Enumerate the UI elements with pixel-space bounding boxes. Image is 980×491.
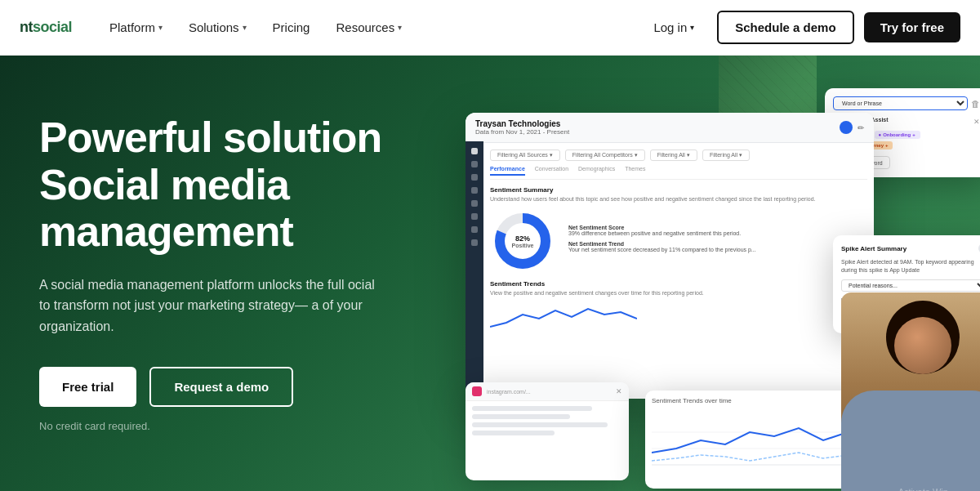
main-dashboard-card: Traysan Technologies Data from Nov 1, 20… [466,113,874,399]
trends-section: Sentiment Trends View the positive and n… [490,280,867,337]
hero-note: No credit card required. [39,420,425,432]
woman-body [841,391,980,491]
nav-pricing-label: Pricing [273,20,310,34]
navbar: ntsocial Platform ▾ Solutions ▾ Pricing … [0,0,980,56]
sidebar-icon-4[interactable] [471,187,478,194]
ai-search-row: Word or Phrase 🗑 [833,96,980,110]
chevron-down-icon: ▾ [158,23,163,32]
tab-demographics[interactable]: Demographics [578,166,615,176]
hero-woman-image [841,292,980,491]
try-free-label: Try for free [880,20,944,34]
sidebar-icon-5[interactable] [471,200,478,207]
sidebar-icon-3[interactable] [471,174,478,181]
tab-conversation[interactable]: Conversation [535,166,568,176]
dashboard-tabs: Performance Conversation Demographics Th… [490,166,867,180]
nav-solutions[interactable]: Solutions ▾ [177,14,258,41]
social-line-1 [472,406,592,411]
nav-platform[interactable]: Platform ▾ [98,14,174,41]
hero-title: Powerful solution Social media managemen… [39,114,425,255]
header-actions: ✏ [840,121,864,134]
donut-sublabel: Positive [512,243,534,248]
social-post-card: instagram.com/... ✕ [466,382,629,480]
section-subtitle: Understand how users feel about this top… [490,196,867,202]
sidebar-icon-8[interactable] [471,239,478,246]
date-range: Data from Nov 1, 2021 - Present [475,128,569,136]
donut-chart: 82%Positive [490,208,555,274]
circle-icon [840,121,853,134]
sidebar-icon-6[interactable] [471,213,478,220]
tab-themes[interactable]: Themes [625,166,645,176]
hero-title-line1: Powerful solution [39,114,381,161]
free-trial-button[interactable]: Free trial [39,367,136,407]
hero-subtitle: A social media management platform unloc… [39,275,382,337]
metric-1-value: 39% difference between positive and nega… [568,230,867,236]
social-header: instagram.com/... ✕ [466,382,629,401]
nav-platform-label: Platform [109,20,155,34]
donut-area: 82%Positive Net Sentiment Score 39% diff… [490,208,867,274]
donut-info: Net Sentiment Score 39% difference betwe… [568,225,867,257]
filters-row: Filtering All Sources ▾ Filtering All Co… [490,150,867,161]
hero-buttons: Free trial Request a demo [39,367,425,407]
word-phrase-select[interactable]: Word or Phrase [833,96,968,110]
spike-description: Spike Alert detected at 9AM. Top keyword… [841,258,980,275]
spike-title: Spike Alert Summary [841,245,906,252]
free-trial-label: Free trial [62,380,114,394]
logo[interactable]: ntsocial [20,19,72,36]
spike-header: Spike Alert Summary i [841,243,980,253]
sidebar-icon-2[interactable] [471,161,478,167]
filter-sentiment[interactable]: Filtering All ▾ [650,150,697,161]
login-label: Log in [653,20,687,34]
hero-section: Powerful solution Social media managemen… [0,56,980,491]
tab-performance[interactable]: Performance [490,166,525,176]
logo-brand: social [33,19,72,35]
social-body [466,401,629,440]
filter-sources[interactable]: Filtering All Sources ▾ [490,150,560,161]
nav-resources-label: Resources [336,20,394,34]
request-demo-button[interactable]: Request a demo [149,367,293,407]
activate-watermark: Activate Win... [898,487,956,491]
request-demo-label: Request a demo [174,380,269,394]
filter-competitors[interactable]: Filtering All Competitors ▾ [565,150,645,161]
nav-links: Platform ▾ Solutions ▾ Pricing Resources… [98,14,640,41]
metric-2-label: Net Sentiment Trend [568,241,867,247]
hero-left: Powerful solution Social media managemen… [0,56,457,491]
chevron-down-icon: ▾ [398,23,402,32]
woman-head [894,317,951,374]
hero-right: Word or Phrase 🗑 Queries by AI Assist ✕ … [425,72,980,491]
sidebar-icon-7[interactable] [471,226,478,233]
ai-tag-onboarding[interactable]: ● Onboarding + [875,131,920,139]
logo-prefix: nt [20,19,33,35]
social-url: instagram.com/... [487,389,531,395]
social-line-3 [472,422,608,427]
nav-resources[interactable]: Resources ▾ [324,14,413,41]
chevron-down-icon: ▾ [243,23,247,32]
metric-2: Net Sentiment Trend Your net sentiment s… [568,241,867,252]
edit-icon[interactable]: ✏ [858,123,864,132]
close-icon[interactable]: ✕ [973,118,980,126]
close-icon[interactable]: ✕ [616,387,622,395]
metric-2-value: Your net sentiment score decreased by 11… [568,247,867,252]
sidebar-icon-1[interactable] [471,148,478,154]
donut-label: 82%Positive [512,234,534,248]
try-free-button[interactable]: Try for free [864,12,960,42]
social-line-2 [472,414,570,419]
metric-1-label: Net Sentiment Score [568,225,867,230]
dashboard-content: Filtering All Sources ▾ Filtering All Co… [483,143,874,343]
section-title: Sentiment Summary [490,186,867,194]
dashboard-header: Traysan Technologies Data from Nov 1, 20… [466,113,874,143]
nav-pricing[interactable]: Pricing [261,14,322,41]
instagram-icon [472,386,482,396]
spike-reasons-select[interactable]: Potential reasons... [841,279,980,292]
dashboard-sidebar [466,141,483,399]
sentiment-line-chart [490,302,637,335]
hero-title-line3: management [39,208,293,255]
schedule-demo-label: Schedule a demo [735,20,835,34]
schedule-demo-button[interactable]: Schedule a demo [717,11,853,44]
trash-icon[interactable]: 🗑 [971,99,980,109]
trends-subtitle: View the positive and negative sentiment… [490,290,867,296]
social-content-lines [472,406,622,435]
company-title: Traysan Technologies [475,119,569,128]
login-button[interactable]: Log in ▾ [640,14,707,41]
filter-themes[interactable]: Filtering All ▾ [702,150,750,161]
left-column: Sentiment Summary Understand how users f… [490,186,867,337]
